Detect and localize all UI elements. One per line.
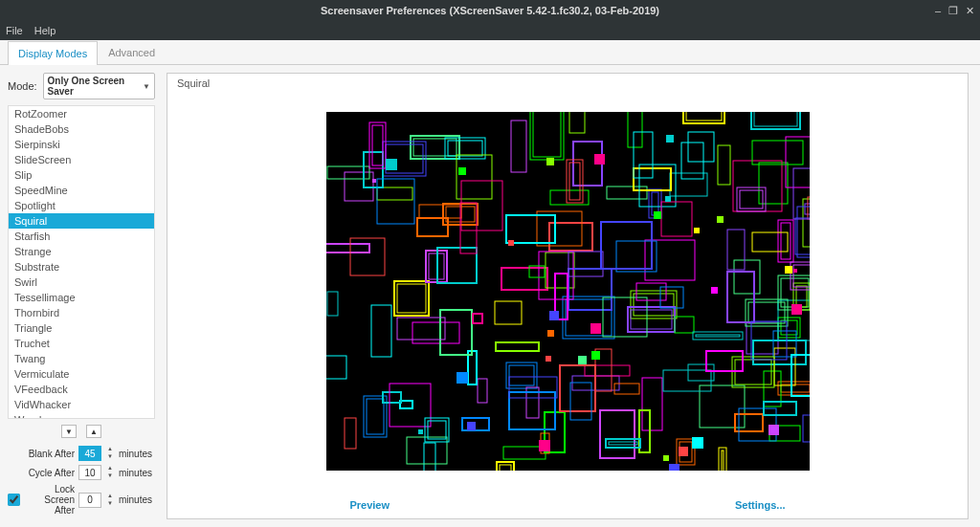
svg-rect-189	[590, 323, 601, 334]
svg-rect-127	[803, 415, 810, 442]
spin-up-icon[interactable]: ▲	[105, 465, 115, 472]
preview-title: Squiral	[177, 77, 958, 89]
minimize-icon[interactable]: –	[935, 5, 941, 16]
svg-rect-87	[457, 155, 492, 199]
svg-rect-65	[616, 241, 657, 272]
svg-rect-81	[412, 322, 459, 343]
preview-button[interactable]: Preview	[349, 499, 390, 511]
svg-rect-19	[478, 379, 487, 403]
svg-rect-27	[778, 382, 810, 395]
list-item[interactable]: Thornbird	[9, 305, 154, 320]
svg-rect-5	[734, 260, 760, 294]
list-item[interactable]: Truchet	[9, 336, 154, 351]
svg-rect-6	[631, 291, 677, 318]
list-item[interactable]: Substrate	[9, 259, 154, 274]
screensaver-list[interactable]: RotZoomerShadeBobsSierpinskiSlideScreenS…	[8, 105, 155, 419]
blank-after-input[interactable]: 45	[78, 446, 101, 461]
svg-rect-11	[600, 410, 635, 458]
list-item[interactable]: RotZoomer	[9, 106, 154, 121]
svg-rect-31	[563, 296, 614, 339]
list-item[interactable]: SpeedMine	[9, 183, 154, 198]
spin-down-icon[interactable]: ▼	[105, 453, 115, 461]
svg-rect-22	[506, 362, 537, 388]
svg-rect-7	[634, 294, 674, 316]
svg-rect-184	[679, 447, 688, 456]
list-item[interactable]: Swirl	[9, 274, 154, 290]
lock-after-input[interactable]: 0	[78, 493, 101, 508]
svg-rect-114	[628, 112, 642, 147]
settings-button[interactable]: Settings...	[735, 499, 786, 511]
mode-select[interactable]: Only One Screen Saver ▼	[43, 73, 155, 99]
cycle-after-label: Cycle After	[8, 468, 75, 478]
titlebar: Screensaver Preferences (XScreenSaver 5.…	[0, 0, 980, 21]
list-item[interactable]: ShadeBobs	[9, 121, 154, 137]
svg-rect-136	[675, 317, 694, 333]
menubar: File Help	[0, 21, 980, 40]
svg-rect-140	[495, 301, 522, 324]
svg-rect-34	[546, 253, 574, 288]
svg-rect-15	[754, 112, 797, 126]
tab-advanced[interactable]: Advanced	[98, 40, 166, 64]
mode-value: Only One Screen Saver	[48, 76, 144, 97]
svg-rect-169	[693, 332, 743, 340]
svg-rect-32	[566, 299, 612, 336]
chevron-down-icon: ▼	[143, 82, 150, 91]
svg-rect-40	[786, 137, 810, 187]
close-icon[interactable]: ✕	[966, 5, 974, 17]
svg-rect-43	[394, 281, 429, 316]
list-item[interactable]: Spotlight	[9, 198, 154, 213]
list-item[interactable]: Tessellimage	[9, 290, 154, 305]
menu-file[interactable]: File	[6, 25, 23, 36]
list-item[interactable]: Squiral	[9, 213, 154, 229]
svg-rect-146	[634, 132, 653, 178]
list-item[interactable]: Vermiculate	[9, 366, 154, 382]
svg-rect-73	[448, 141, 482, 156]
svg-rect-57	[568, 269, 612, 310]
list-item[interactable]: VidWhacker	[9, 397, 154, 412]
svg-rect-200	[547, 330, 554, 337]
svg-rect-163	[460, 203, 477, 253]
lock-screen-checkbox[interactable]	[8, 494, 20, 506]
list-item[interactable]: SlideScreen	[9, 152, 154, 167]
menu-help[interactable]: Help	[34, 25, 56, 36]
svg-rect-20	[501, 268, 547, 290]
list-item[interactable]: Sierpinski	[9, 137, 154, 152]
spin-up-icon[interactable]: ▲	[105, 446, 115, 453]
svg-rect-102	[570, 383, 591, 420]
svg-rect-152	[601, 222, 652, 269]
svg-rect-94	[628, 307, 675, 332]
list-item[interactable]: Starfish	[9, 229, 154, 244]
svg-rect-71	[533, 112, 561, 157]
svg-rect-123	[424, 443, 435, 471]
svg-rect-157	[719, 448, 726, 471]
svg-rect-186	[654, 211, 661, 219]
svg-rect-121	[688, 364, 714, 381]
list-item[interactable]: Strange	[9, 244, 154, 259]
svg-rect-185	[467, 422, 476, 430]
list-item[interactable]: Triangle	[9, 320, 154, 336]
list-item[interactable]: Slip	[9, 167, 154, 183]
svg-rect-190	[717, 216, 724, 223]
list-item[interactable]: VFeedback	[9, 382, 154, 397]
svg-rect-26	[727, 230, 745, 270]
mode-label: Mode:	[8, 80, 37, 92]
svg-rect-44	[397, 284, 426, 313]
svg-rect-56	[326, 244, 369, 253]
maximize-icon[interactable]: ❐	[948, 5, 958, 17]
svg-rect-179	[594, 154, 605, 165]
cycle-after-input[interactable]: 10	[78, 465, 101, 480]
svg-rect-144	[737, 187, 766, 211]
list-item[interactable]: Twang	[9, 351, 154, 366]
svg-rect-197	[418, 429, 423, 434]
spin-down-icon[interactable]: ▼	[105, 472, 115, 480]
svg-rect-41	[411, 136, 459, 159]
list-down-button[interactable]: ▼	[61, 425, 77, 438]
svg-rect-171	[660, 287, 683, 308]
tab-display-modes[interactable]: Display Modes	[8, 41, 98, 65]
unit-label: minutes	[119, 468, 155, 478]
spin-down-icon[interactable]: ▼	[105, 500, 115, 508]
list-up-button[interactable]: ▲	[86, 425, 101, 438]
svg-rect-45	[537, 211, 582, 246]
list-item[interactable]: Wander	[9, 412, 154, 419]
spin-up-icon[interactable]: ▲	[105, 493, 115, 500]
